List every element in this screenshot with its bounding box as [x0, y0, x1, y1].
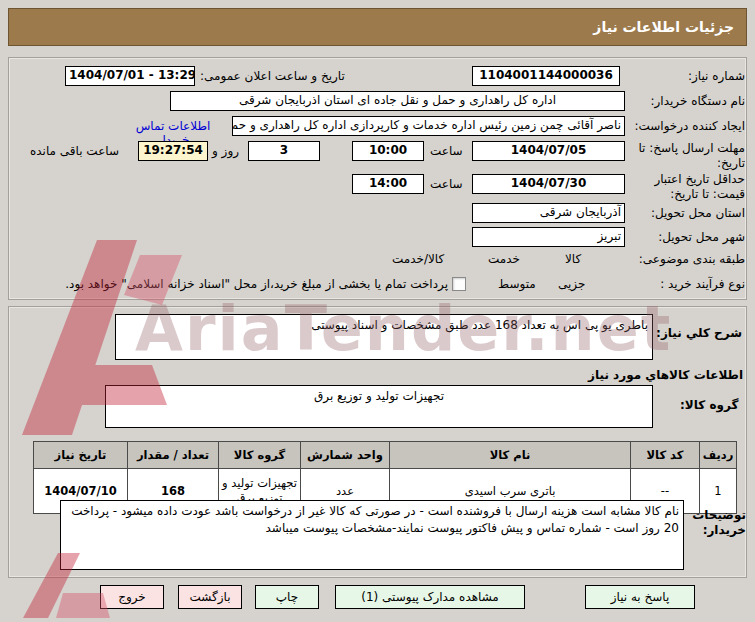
- treasury-docs-checkbox[interactable]: [452, 277, 466, 291]
- delivery-city-field[interactable]: تبریز: [472, 227, 625, 247]
- delivery-province-field[interactable]: آذربایجان شرقی: [472, 203, 625, 223]
- goods-table-header-row: ردیف کد کالا نام کالا واحد شمارش گروه کا…: [34, 442, 737, 469]
- days-remaining-label: روز و: [212, 144, 239, 159]
- buyer-notes-label: توضیحات خریدار:: [688, 508, 746, 538]
- col-goods-name: نام کالا: [390, 442, 631, 469]
- col-need-date: تاریخ نیاز: [34, 442, 128, 469]
- reply-deadline-label: مهلت ارسال پاسخ: تا تاریخ:: [633, 141, 745, 171]
- radio-goods-label: کالا: [565, 252, 581, 267]
- need-details-window: جزئیات اطلاعات نیاز شماره نیاز: 11040011…: [0, 0, 755, 622]
- col-row-number: ردیف: [700, 442, 737, 469]
- col-count-unit: واحد شمارش: [301, 442, 390, 469]
- buyer-org-field[interactable]: اداره کل راهداری و حمل و نقل جاده ای است…: [170, 91, 625, 111]
- price-validity-hour-field[interactable]: 14:00: [352, 174, 424, 194]
- need-desc-label: شرح کلي نیاز:: [657, 326, 742, 341]
- back-button[interactable]: بازگشت: [178, 585, 242, 609]
- price-validity-date-field[interactable]: 1404/07/30: [472, 174, 625, 194]
- radio-medium-label: متوسط: [498, 277, 536, 292]
- col-goods-code: کد کالا: [631, 442, 700, 469]
- subject-class-label: طبقه بندی موضوعی:: [639, 252, 745, 267]
- print-button[interactable]: چاپ: [255, 585, 319, 609]
- request-creator-field[interactable]: ناصر آقائی چمن زمین رئیس اداره خدمات و ک…: [232, 116, 625, 136]
- price-validity-label: حداقل تاریخ اعتبار قیمت: تا تاریخ:: [633, 172, 745, 202]
- days-remaining-field[interactable]: 3: [248, 141, 320, 161]
- goods-group-label: گروه کالا:: [680, 398, 742, 413]
- page-title-bar: جزئیات اطلاعات نیاز: [8, 8, 747, 46]
- request-creator-label: ایجاد کننده درخواست:: [634, 119, 745, 134]
- price-validity-hour-label: ساعت: [430, 177, 463, 192]
- delivery-city-label: شهر محل تحویل:: [658, 230, 745, 245]
- radio-minor-label: جزیی: [558, 277, 585, 292]
- need-desc-field[interactable]: باطری یو پی اس به تعداد 168 عدد طبق مشخص…: [115, 314, 653, 360]
- view-attached-docs-button[interactable]: مشاهده مدارک پیوستی (1): [335, 585, 525, 609]
- goods-info-header: اطلاعات کالاهاي مورد نیاز: [588, 368, 743, 383]
- time-remaining-label: ساعت باقی مانده: [30, 144, 119, 159]
- announce-datetime-label: تاریخ و ساعت اعلان عمومی:: [200, 69, 395, 84]
- goods-group-field[interactable]: تجهیزات تولید و توزیع برق: [105, 385, 653, 428]
- reply-deadline-date-field[interactable]: 1404/07/05: [472, 141, 625, 161]
- cell-row-number: 1: [700, 469, 737, 514]
- reply-deadline-hour-field[interactable]: 10:00: [352, 141, 424, 161]
- process-type-label: نوع فرآیند خرید :: [660, 277, 745, 292]
- radio-service-label: خدمت: [488, 252, 520, 267]
- buyer-org-label: نام دستگاه خریدار:: [651, 94, 746, 109]
- page-title: جزئیات اطلاعات نیاز: [593, 19, 734, 35]
- treasury-docs-checkbox-label: پرداخت تمام یا بخشی از مبلغ خرید،از محل …: [30, 277, 448, 292]
- delivery-province-label: استان محل تحویل:: [651, 206, 745, 221]
- respond-to-need-button[interactable]: پاسخ به نیاز: [585, 585, 695, 609]
- buyer-notes-field[interactable]: نام کالا مشابه است هزینه ارسال با فروشند…: [60, 500, 684, 570]
- need-number-label: شماره نیاز:: [688, 69, 745, 84]
- exit-button[interactable]: خروج: [100, 585, 164, 609]
- col-goods-group: گروه کالا: [219, 442, 301, 469]
- announce-datetime-field[interactable]: 1404/07/01 - 13:29: [65, 66, 195, 86]
- col-quantity: تعداد / مقدار: [128, 442, 219, 469]
- radio-goods-service-label: کالا/خدمت: [392, 252, 444, 267]
- need-number-field[interactable]: 1104001144000036: [472, 66, 620, 86]
- time-remaining-field: 19:27:54: [138, 141, 208, 161]
- reply-deadline-hour-label: ساعت: [430, 144, 463, 159]
